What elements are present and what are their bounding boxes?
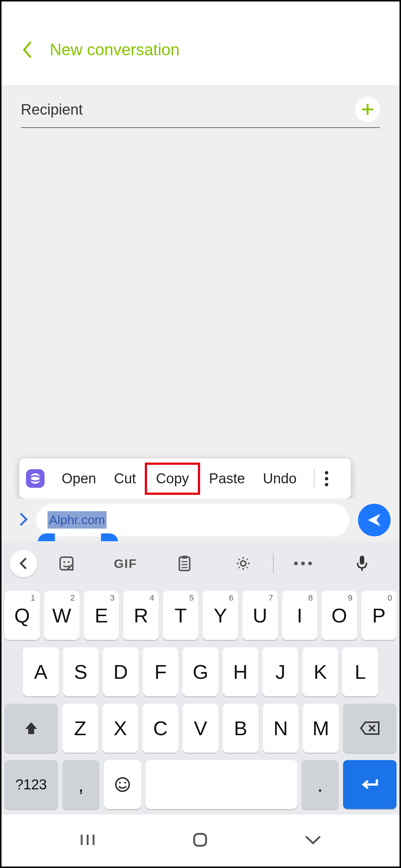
context-paste[interactable]: Paste <box>200 467 254 490</box>
svg-point-17 <box>116 778 129 791</box>
home-button[interactable] <box>192 832 208 849</box>
clipboard-button[interactable] <box>155 555 214 572</box>
key-f[interactable]: F <box>143 647 179 696</box>
comma-key[interactable]: , <box>62 760 100 809</box>
key-b[interactable]: B <box>223 704 258 753</box>
back-nav-button[interactable] <box>304 834 322 847</box>
key-m[interactable]: M <box>303 704 339 753</box>
svg-point-19 <box>124 782 126 784</box>
samsung-internet-icon <box>26 469 45 488</box>
key-r[interactable]: R4 <box>123 591 159 640</box>
key-p[interactable]: P0 <box>361 591 397 640</box>
key-l[interactable]: L <box>342 647 378 696</box>
symbols-key[interactable]: ?123 <box>4 760 58 809</box>
context-undo[interactable]: Undo <box>254 467 306 490</box>
key-s[interactable]: S <box>63 647 99 696</box>
svg-rect-23 <box>194 834 206 846</box>
keyboard-collapse-button[interactable] <box>10 550 37 577</box>
key-v[interactable]: V <box>183 704 218 753</box>
recipient-bar: Recipient <box>1 85 400 128</box>
expand-input-button[interactable] <box>19 512 28 528</box>
app-header: New conversation <box>1 1 400 85</box>
svg-point-6 <box>68 561 70 563</box>
settings-button[interactable] <box>214 555 273 572</box>
key-j[interactable]: J <box>263 647 298 696</box>
voice-input-button[interactable] <box>332 555 391 572</box>
context-cut[interactable]: Cut <box>105 467 145 490</box>
key-h[interactable]: H <box>223 647 258 696</box>
svg-rect-8 <box>182 556 187 559</box>
key-a[interactable]: A <box>23 647 59 696</box>
backspace-key[interactable] <box>343 704 397 753</box>
back-button[interactable] <box>22 40 33 59</box>
gif-button[interactable]: GIF <box>96 556 155 571</box>
page-title: New conversation <box>50 40 180 59</box>
keyboard: Q1W2E3R4T5Y6U7I8O9P0 ASDFGHJKL ZXCVBNM ?… <box>1 586 400 815</box>
key-k[interactable]: K <box>303 647 338 696</box>
key-e[interactable]: E3 <box>84 591 119 640</box>
add-recipient-button[interactable] <box>355 97 380 122</box>
key-w[interactable]: W2 <box>44 591 79 640</box>
recipient-field[interactable]: Recipient <box>21 101 83 118</box>
key-z[interactable]: Z <box>62 704 98 753</box>
key-g[interactable]: G <box>183 647 218 696</box>
key-i[interactable]: I8 <box>282 591 317 640</box>
svg-point-2 <box>30 473 40 484</box>
more-tools-button[interactable] <box>274 562 333 565</box>
sticker-button[interactable] <box>37 555 96 572</box>
key-o[interactable]: O9 <box>322 591 357 640</box>
message-input[interactable]: Alphr.com <box>36 504 350 536</box>
key-q[interactable]: Q1 <box>4 591 40 640</box>
text-context-menu: Open Cut Copy Paste Undo <box>19 458 351 499</box>
context-copy[interactable]: Copy <box>145 463 200 495</box>
context-more-button[interactable] <box>320 471 333 486</box>
key-y[interactable]: Y6 <box>203 591 238 640</box>
key-u[interactable]: U7 <box>242 591 278 640</box>
selected-text: Alphr.com <box>48 511 107 529</box>
key-t[interactable]: T5 <box>163 591 198 640</box>
key-n[interactable]: N <box>263 704 299 753</box>
divider <box>314 469 314 488</box>
emoji-key[interactable] <box>104 760 141 809</box>
key-c[interactable]: C <box>143 704 178 753</box>
shift-key[interactable] <box>4 704 58 753</box>
svg-rect-13 <box>360 556 364 565</box>
compose-row: Alphr.com <box>1 499 400 541</box>
recents-button[interactable] <box>79 832 97 849</box>
space-key[interactable] <box>146 760 297 809</box>
svg-point-18 <box>119 782 121 784</box>
context-open[interactable]: Open <box>53 467 105 490</box>
system-nav-bar <box>1 815 400 867</box>
period-key[interactable]: . <box>301 760 339 809</box>
key-x[interactable]: X <box>102 704 138 753</box>
send-button[interactable] <box>358 504 391 536</box>
key-d[interactable]: D <box>103 647 138 696</box>
svg-point-5 <box>63 561 65 563</box>
enter-key[interactable] <box>343 760 397 809</box>
svg-rect-7 <box>179 557 190 571</box>
keyboard-toolbar: GIF <box>1 541 400 586</box>
svg-point-12 <box>241 561 246 566</box>
